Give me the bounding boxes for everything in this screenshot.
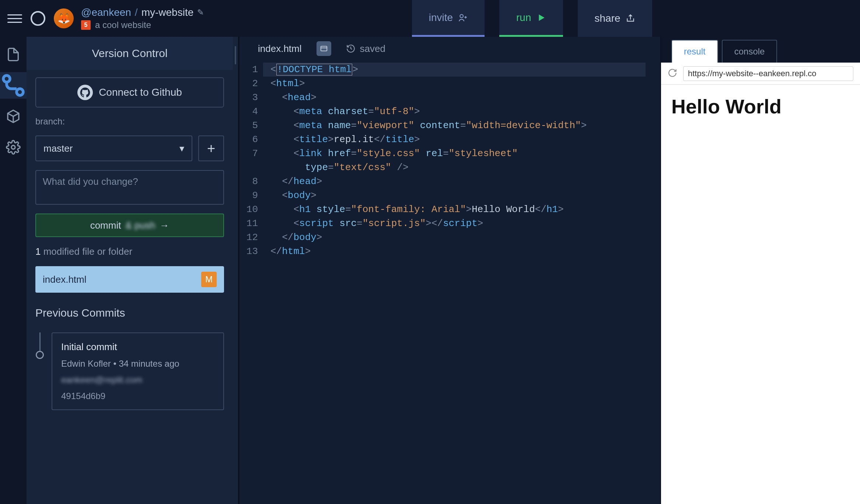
share-button[interactable]: share [578,0,652,37]
commit-graph-line [39,332,41,351]
commit-hash: 49154d6b9 [61,391,214,401]
edit-icon[interactable]: ✎ [197,8,204,17]
code-editor[interactable]: 1234567 8910111213 <!DOCTYPE html><html>… [240,60,660,504]
commit-author-time: Edwin Kofler • 34 minutes ago [61,359,214,369]
changed-file-row[interactable]: index.html M [35,266,224,293]
menu-icon[interactable] [7,11,22,26]
commit-title: Initial commit [61,341,214,353]
editor-filename: index.html [258,43,302,54]
layout-icon[interactable] [317,41,331,56]
repo-description: a cool website [95,20,151,30]
repo-name: my-website [141,7,194,18]
version-control-icon[interactable] [0,72,27,99]
branch-select[interactable]: master ▾ [35,135,192,161]
svg-rect-5 [321,46,327,51]
connect-github-button[interactable]: Connect to Github [35,77,224,108]
tab-console[interactable]: console [722,40,777,63]
commit-card[interactable]: Initial commit Edwin Kofler • 34 minutes… [52,332,224,410]
modified-badge: M [201,272,217,287]
github-icon [77,85,93,100]
chevron-down-icon: ▾ [179,143,184,154]
sidebar-title: Version Control [27,37,233,70]
commit-message-input[interactable] [35,170,224,205]
svg-point-3 [17,89,23,95]
preview-content: Hello World [661,85,860,504]
username: @eankeen [81,7,131,18]
logo-icon [29,10,46,27]
history-icon [346,44,356,53]
preview-heading: Hello World [671,95,850,118]
modified-count: 1 modified file or folder [35,246,224,257]
avatar[interactable]: 🦊 [54,8,74,28]
svg-point-4 [11,145,15,149]
saved-status: saved [360,43,385,54]
resize-handle[interactable] [233,37,238,504]
commit-email: eankeen@replit.com [61,375,214,385]
settings-icon[interactable] [6,140,21,155]
commit-button[interactable]: commit & push → [35,214,224,237]
svg-point-1 [460,14,463,18]
files-icon[interactable] [6,47,21,62]
svg-point-2 [3,75,10,82]
url-bar[interactable]: https://my-website--eankeen.repl.co [683,66,853,81]
commit-graph-dot [36,351,44,359]
packages-icon[interactable] [6,109,21,124]
line-numbers: 1234567 8910111213 [240,60,263,504]
play-icon [536,13,546,22]
new-branch-button[interactable]: + [198,135,224,161]
run-button[interactable]: run [499,0,563,37]
invite-button[interactable]: invite [412,0,485,37]
reload-icon[interactable] [668,68,677,79]
previous-commits-heading: Previous Commits [35,307,224,319]
branch-label: branch: [35,116,224,127]
tab-result[interactable]: result [671,40,718,63]
repo-path[interactable]: @eankeen/my-website ✎ [81,7,204,18]
share-icon [626,14,635,23]
html5-icon: 5 [81,20,91,30]
user-plus-icon [458,13,468,22]
